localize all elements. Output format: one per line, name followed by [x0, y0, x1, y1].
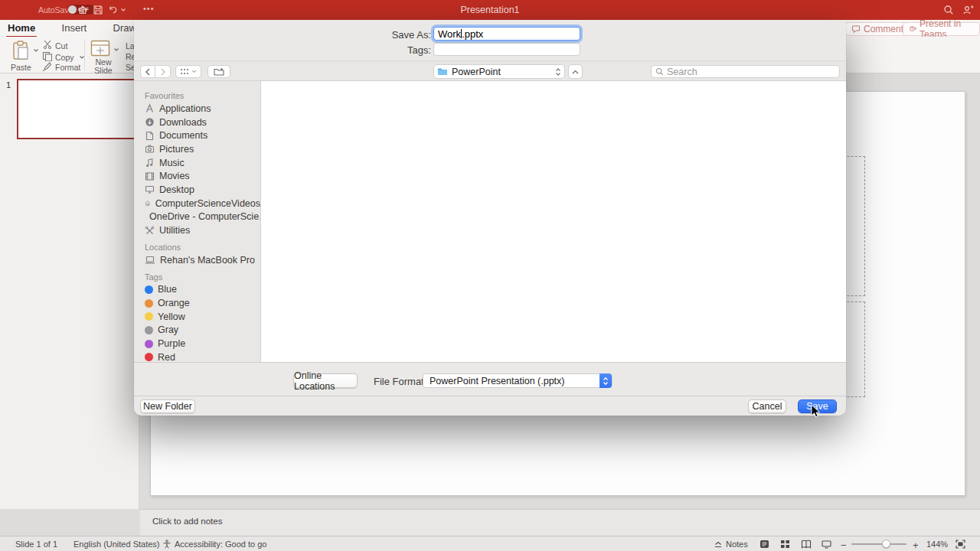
sidebar-item-pictures[interactable]: Pictures	[134, 142, 260, 156]
copy-icon[interactable]	[42, 51, 52, 61]
format-label[interactable]: Format	[55, 63, 80, 72]
save-as-label: Save As:	[371, 29, 431, 41]
sidebar-tag-red[interactable]: Red	[134, 350, 260, 362]
file-browser[interactable]	[261, 81, 846, 362]
sidebar-item-computersciencevideos[interactable]: ComputerScienceVideos	[134, 197, 260, 210]
tag-dot-purple	[145, 340, 153, 348]
forward-button[interactable]	[155, 65, 171, 78]
applications-icon	[145, 103, 155, 113]
desktop-icon	[145, 184, 155, 194]
favourites-header: Favourites	[145, 91, 260, 100]
format-painter-icon[interactable]	[41, 62, 52, 72]
dialog-sidebar: Favourites Applications Downloads Docume…	[134, 81, 261, 362]
titlebar: AutoSave OFF ••• Presentation1	[0, 0, 980, 20]
tab-home[interactable]: Home	[6, 20, 37, 37]
language-indicator[interactable]: English (United States)	[74, 540, 160, 549]
back-button[interactable]	[140, 65, 155, 78]
sidebar-item-desktop[interactable]: Desktop	[134, 183, 260, 197]
new-slide-chevron-down-icon[interactable]	[113, 47, 119, 53]
cancel-button[interactable]: Cancel	[748, 399, 786, 413]
collapse-dialog-button[interactable]	[568, 64, 583, 79]
copy-label[interactable]: Copy	[55, 53, 74, 62]
filename-before-caret: Work	[438, 28, 461, 40]
sidebar-item-onedrive[interactable]: OneDrive - ComputerScie…	[134, 210, 260, 224]
sidebar-tag-orange[interactable]: Orange	[134, 296, 260, 310]
sidebar-item-applications[interactable]: Applications	[134, 102, 260, 116]
dialog-toolbar: PowerPoint	[134, 60, 846, 81]
location-value: PowerPoint	[452, 67, 551, 77]
online-locations-button[interactable]: Online Locations	[293, 373, 358, 388]
svg-text:T: T	[911, 27, 913, 31]
normal-view-icon[interactable]	[760, 540, 769, 549]
view-options-button[interactable]	[175, 65, 201, 78]
cut-icon[interactable]	[43, 40, 52, 49]
notes-pane[interactable]: Click to add notes	[140, 509, 980, 536]
reading-view-icon[interactable]	[801, 540, 812, 549]
sidebar-tag-yellow[interactable]: Yellow	[134, 310, 260, 324]
zoom-out-button[interactable]: −	[841, 540, 847, 551]
cut-label[interactable]: Cut	[55, 41, 67, 51]
location-dropdown[interactable]: PowerPoint	[433, 64, 565, 79]
sidebar-tag-blue[interactable]: Blue	[134, 283, 260, 297]
stepper-icon	[555, 67, 561, 77]
new-folder-toolbar-button[interactable]	[207, 65, 230, 78]
sidebar-item-macbook[interactable]: Rehan's MacBook Pro	[134, 253, 260, 267]
slide-sorter-view-icon[interactable]	[780, 540, 790, 549]
notes-toggle-label[interactable]: Notes	[726, 540, 748, 549]
new-slide-icon[interactable]	[90, 40, 110, 57]
zoom-percent[interactable]: 144%	[926, 540, 948, 549]
downloads-icon	[145, 117, 155, 127]
filename-after-caret: .pptx	[462, 28, 483, 40]
new-slide-label[interactable]: New Slide	[90, 58, 117, 74]
present-in-teams-button[interactable]: T Present in Teams	[903, 22, 980, 36]
sidebar-item-music[interactable]: Music	[134, 156, 260, 170]
accessibility-status[interactable]: Accessibility: Good to go	[175, 540, 266, 549]
slide-thumbnail[interactable]	[17, 79, 136, 139]
tag-dot-yellow	[145, 312, 153, 321]
grid-view-icon	[180, 68, 189, 75]
slideshow-view-icon[interactable]	[822, 540, 831, 549]
dialog-action-row: New Folder Cancel Save	[134, 396, 846, 416]
file-format-label: File Format:	[374, 376, 426, 387]
tag-dot-blue	[145, 285, 153, 294]
zoom-slider[interactable]	[851, 543, 906, 545]
status-bar: Slide 1 of 1 English (United States) Acc…	[0, 536, 980, 551]
filename-input[interactable]: Work .pptx	[433, 27, 580, 41]
dialog-header: Save As: Work .pptx Tags:	[134, 20, 846, 60]
sidebar-item-movies[interactable]: Movies	[134, 169, 260, 183]
tab-insert[interactable]: Insert	[60, 20, 89, 36]
chevron-up-icon	[572, 70, 579, 74]
search-input[interactable]	[667, 67, 820, 77]
slide-indicator: Slide 1 of 1	[15, 540, 57, 549]
notes-toggle-icon[interactable]	[714, 540, 723, 549]
paste-icon[interactable]	[12, 41, 31, 60]
notes-placeholder: Click to add notes	[152, 517, 222, 526]
file-format-dropdown[interactable]: PowerPoint Presentation (.pptx)	[423, 373, 612, 388]
search-icon[interactable]	[943, 5, 954, 15]
sidebar-tag-purple[interactable]: Purple	[134, 337, 260, 350]
sidebar-item-documents[interactable]: Documents	[134, 129, 260, 142]
window-title: Presentation1	[0, 5, 980, 15]
zoom-in-button[interactable]: +	[913, 540, 919, 551]
save-as-dialog: Save As: Work .pptx Tags: PowerPoint	[134, 20, 846, 416]
share-icon[interactable]	[962, 5, 974, 15]
ribbon-group-divider	[84, 40, 85, 70]
save-button[interactable]: Save	[798, 399, 837, 413]
tag-dot-orange	[145, 299, 153, 308]
search-icon	[655, 67, 664, 76]
macbook-icon	[145, 256, 155, 265]
zoom-slider-knob[interactable]	[882, 540, 890, 548]
paste-chevron-down-icon[interactable]	[33, 47, 39, 54]
comments-label: Comments	[864, 24, 908, 34]
sidebar-item-utilities[interactable]: Utilities	[134, 223, 260, 237]
search-field[interactable]	[651, 65, 840, 78]
tag-dot-gray	[145, 326, 153, 334]
paste-label[interactable]: Paste	[11, 63, 31, 72]
music-icon	[145, 158, 155, 168]
new-folder-button[interactable]: New Folder	[140, 399, 195, 413]
tags-input[interactable]	[433, 43, 580, 56]
fit-to-window-icon[interactable]	[956, 540, 965, 549]
sidebar-item-downloads[interactable]: Downloads	[134, 116, 260, 129]
sidebar-tag-gray[interactable]: Gray	[134, 324, 260, 337]
accessibility-icon	[162, 540, 172, 549]
